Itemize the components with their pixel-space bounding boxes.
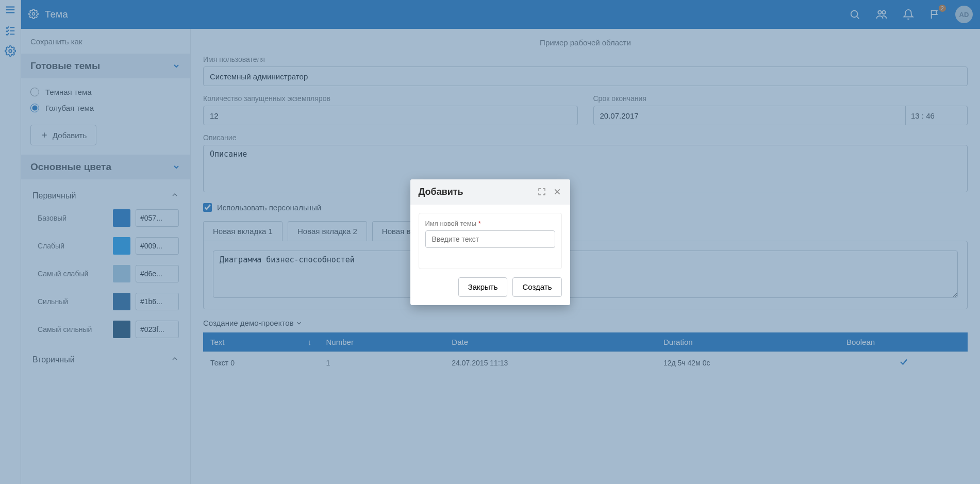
modal-title: Добавить [419, 187, 463, 197]
new-theme-label: Имя новой темы * [425, 220, 555, 227]
required-asterisk: * [478, 220, 481, 227]
close-button[interactable]: Закрыть [458, 277, 508, 297]
new-theme-input[interactable] [425, 230, 555, 248]
create-button[interactable]: Создать [512, 277, 561, 297]
expand-icon[interactable] [537, 187, 546, 196]
close-icon[interactable] [553, 187, 562, 196]
modal-card: Имя новой темы * [419, 213, 562, 269]
modal-overlay: Добавить Имя новой темы * Закрыть Создат… [0, 0, 980, 484]
add-theme-modal: Добавить Имя новой темы * Закрыть Создат… [410, 179, 570, 305]
modal-header: Добавить [410, 179, 570, 205]
